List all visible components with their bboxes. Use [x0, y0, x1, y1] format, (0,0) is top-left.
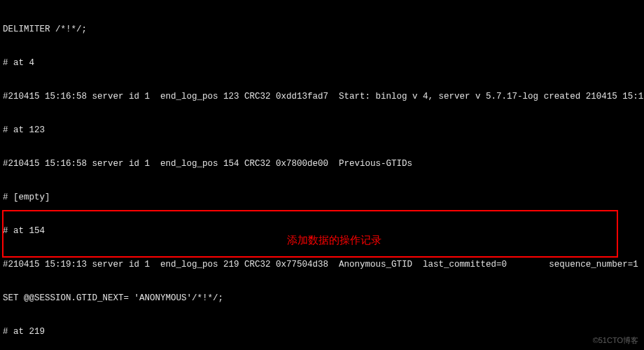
watermark: ©51CTO博客 [593, 335, 638, 346]
log-line: # at 154 [3, 225, 641, 237]
log-line: # at 123 [3, 125, 641, 136]
log-line: # at 4 [3, 57, 641, 69]
terminal-output: DELIMITER /*!*/; # at 4 #210415 15:16:58… [3, 1, 641, 350]
log-line: #210415 15:16:58 server id 1 end_log_pos… [3, 158, 641, 169]
log-line: SET @@SESSION.GTID_NEXT= 'ANONYMOUS'/*!*… [3, 293, 641, 304]
log-line: #210415 15:19:13 server id 1 end_log_pos… [3, 259, 641, 270]
log-line: #210415 15:16:58 server id 1 end_log_pos… [3, 91, 641, 102]
log-line: # at 219 [3, 326, 641, 337]
log-line: # [empty] [3, 192, 641, 203]
log-line: DELIMITER /*!*/; [3, 24, 641, 35]
